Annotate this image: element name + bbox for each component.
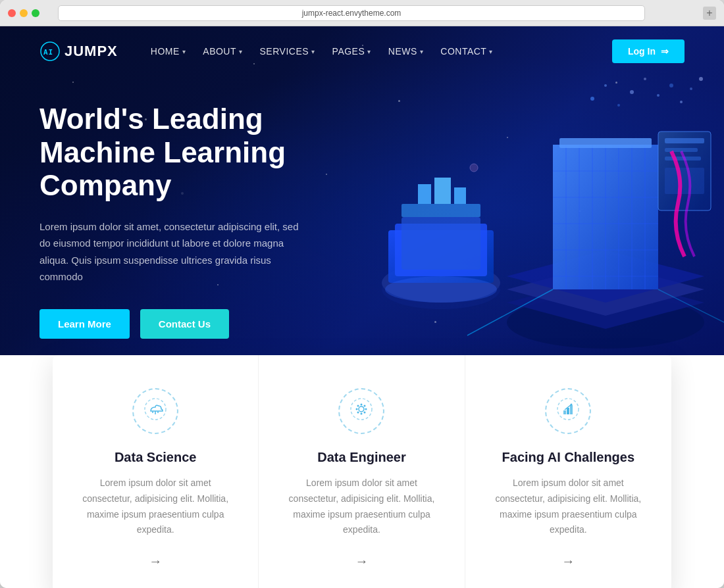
svg-rect-4: [401, 217, 480, 270]
logo-text: JUMPX: [65, 43, 118, 60]
svg-point-37: [617, 104, 620, 107]
hero-title: World's Leading Machine Learning Company: [39, 103, 303, 203]
svg-point-43: [690, 87, 692, 90]
hero-section: AI JUMPX HOME ▾ ABOUT ▾ SERVICES: [0, 26, 724, 395]
svg-rect-7: [434, 178, 451, 204]
page-content: AI JUMPX HOME ▾ ABOUT ▾ SERVICES: [0, 26, 724, 588]
home-chevron-icon: ▾: [182, 48, 186, 55]
data-engineer-desc: Lorem ipsum dolor sit amet consectetur, …: [285, 476, 438, 538]
svg-rect-8: [454, 187, 466, 204]
maximize-dot[interactable]: [32, 9, 39, 17]
ai-challenges-icon-wrapper: [545, 388, 591, 434]
svg-point-59: [364, 411, 366, 413]
service-card-ai-challenges: Facing AI Challenges Lorem ipsum dolor s…: [465, 355, 671, 588]
logo-icon: AI: [39, 41, 61, 62]
svg-point-52: [351, 399, 372, 420]
svg-point-66: [571, 403, 573, 405]
svg-rect-31: [665, 138, 704, 143]
hero-buttons: Learn More Contact Us: [39, 309, 303, 339]
cloud-icon: [144, 398, 167, 425]
main-nav: AI JUMPX HOME ▾ ABOUT ▾ SERVICES: [0, 26, 724, 76]
browser-window: jumpx-react.envytheme.com +: [0, 0, 724, 588]
svg-rect-27: [559, 138, 652, 148]
pages-chevron-icon: ▾: [367, 48, 371, 55]
hero-illustration: [316, 66, 724, 381]
svg-point-56: [356, 408, 358, 410]
svg-point-44: [699, 77, 703, 81]
svg-rect-63: [563, 410, 566, 414]
nav-links: HOME ▾ ABOUT ▾ SERVICES ▾ PAGES ▾: [144, 41, 586, 62]
svg-point-58: [357, 404, 359, 406]
ai-challenges-title: Facing AI Challenges: [492, 450, 645, 465]
data-engineer-arrow[interactable]: →: [285, 554, 438, 569]
services-cards: Data Science Lorem ipsum dolor sit amet …: [53, 355, 671, 588]
chart-icon: [557, 398, 579, 425]
svg-point-41: [669, 84, 673, 87]
svg-point-39: [644, 78, 646, 80]
hero-content: World's Leading Machine Learning Company…: [0, 76, 342, 391]
svg-rect-65: [570, 405, 573, 414]
site-logo[interactable]: AI JUMPX: [39, 41, 118, 62]
svg-rect-5: [401, 204, 480, 217]
data-science-desc: Lorem ipsum dolor sit amet consectetur, …: [79, 476, 232, 538]
contact-chevron-icon: ▾: [489, 48, 493, 55]
svg-point-61: [357, 411, 359, 413]
nav-item-pages[interactable]: PAGES ▾: [326, 41, 378, 62]
svg-point-60: [364, 404, 366, 406]
svg-point-53: [359, 406, 364, 412]
url-text: jumpx-react.envytheme.com: [302, 9, 401, 18]
ai-challenges-arrow[interactable]: →: [492, 554, 645, 569]
login-button[interactable]: Log In ⇒: [612, 39, 685, 63]
arrow-right-icon: ⇒: [661, 46, 669, 57]
svg-point-36: [604, 84, 607, 87]
services-section: Data Science Lorem ipsum dolor sit amet …: [0, 355, 724, 588]
data-science-icon-wrapper: [132, 388, 178, 434]
data-engineer-icon-wrapper: [338, 388, 384, 434]
nav-item-services[interactable]: SERVICES ▾: [253, 41, 322, 62]
learn-more-button[interactable]: Learn More: [39, 309, 130, 339]
browser-toolbar: jumpx-react.envytheme.com +: [0, 0, 724, 26]
svg-point-35: [590, 97, 594, 101]
service-card-data-engineer: Data Engineer Lorem ipsum dolor sit amet…: [259, 355, 465, 588]
about-chevron-icon: ▾: [239, 48, 243, 55]
svg-point-9: [385, 276, 497, 303]
data-science-title: Data Science: [79, 450, 232, 465]
close-dot[interactable]: [8, 9, 16, 17]
nav-item-about[interactable]: ABOUT ▾: [196, 41, 249, 62]
contact-us-button[interactable]: Contact Us: [140, 309, 229, 339]
svg-point-55: [361, 412, 363, 414]
svg-text:AI: AI: [43, 48, 53, 57]
services-chevron-icon: ▾: [311, 48, 315, 55]
svg-point-54: [361, 403, 363, 405]
svg-point-40: [657, 94, 659, 97]
ai-challenges-desc: Lorem ipsum dolor sit amet consectetur, …: [492, 476, 645, 538]
svg-rect-34: [665, 168, 704, 194]
svg-point-57: [365, 408, 367, 410]
url-bar[interactable]: jumpx-react.envytheme.com: [58, 5, 645, 21]
nav-item-home[interactable]: HOME ▾: [144, 41, 193, 62]
data-engineer-title: Data Engineer: [285, 450, 438, 465]
nav-item-contact[interactable]: CONTACT ▾: [434, 41, 500, 62]
svg-point-48: [145, 399, 166, 420]
data-science-arrow[interactable]: →: [79, 554, 232, 569]
new-tab-button[interactable]: +: [703, 7, 716, 20]
svg-rect-64: [567, 408, 569, 414]
service-card-data-science: Data Science Lorem ipsum dolor sit amet …: [53, 355, 259, 588]
hero-description: Lorem ipsum dolor sit amet, consectetur …: [39, 218, 303, 285]
svg-rect-6: [418, 184, 431, 204]
nav-item-news[interactable]: NEWS ▾: [382, 41, 430, 62]
svg-point-45: [470, 164, 478, 172]
browser-dots: [8, 9, 39, 17]
gear-icon: [350, 398, 373, 425]
minimize-dot[interactable]: [20, 9, 28, 17]
svg-point-38: [630, 90, 634, 94]
news-chevron-icon: ▾: [420, 48, 424, 55]
svg-point-42: [680, 101, 683, 103]
